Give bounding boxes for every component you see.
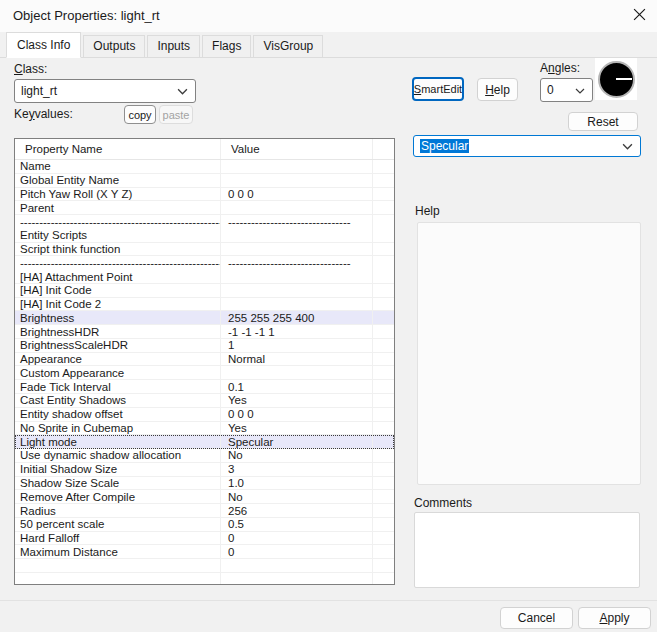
- property-value-cell: [221, 298, 373, 311]
- property-name-cell: Pitch Yaw Roll (X Y Z): [15, 188, 221, 201]
- smartedit-button[interactable]: SmartEdit: [412, 77, 464, 101]
- comments-textarea[interactable]: [414, 512, 640, 588]
- property-row[interactable]: Global Entity Name: [15, 174, 394, 188]
- close-icon: [633, 7, 646, 25]
- angles-label: Angles:: [540, 61, 580, 75]
- property-name-cell: Global Entity Name: [15, 174, 221, 187]
- property-row[interactable]: [HA] Attachment Point: [15, 270, 394, 284]
- property-row[interactable]: Cast Entity ShadowsYes: [15, 394, 394, 408]
- property-extra-cell: [373, 449, 394, 462]
- tab-class-info[interactable]: Class Info: [6, 32, 81, 58]
- property-row[interactable]: [HA] Init Code 2: [15, 298, 394, 312]
- footer-separator: [0, 600, 657, 601]
- light-mode-combobox[interactable]: Specular: [413, 135, 641, 157]
- tab-visgroup[interactable]: VisGroup: [253, 35, 323, 57]
- angle-dial[interactable]: [595, 58, 637, 100]
- property-row[interactable]: Radius256: [15, 504, 394, 518]
- property-row[interactable]: [HA] Init Code: [15, 284, 394, 298]
- property-extra-cell: [373, 284, 394, 297]
- property-row[interactable]: BrightnessHDR-1 -1 -1 1: [15, 325, 394, 339]
- property-value-cell: 0 0 0: [221, 188, 373, 201]
- property-value-cell: 1.0: [221, 477, 373, 490]
- property-name-cell: Brightness: [15, 311, 221, 324]
- property-extra-cell: [373, 366, 394, 379]
- property-row[interactable]: Brightness255 255 255 400: [15, 311, 394, 325]
- property-name-cell: Entity Scripts: [15, 229, 221, 242]
- property-row[interactable]: 50 percent scale0.5: [15, 518, 394, 532]
- property-row[interactable]: Custom Appearance: [15, 366, 394, 380]
- property-row[interactable]: Shadow Size Scale1.0: [15, 477, 394, 491]
- property-row[interactable]: Light modeSpecular: [15, 435, 394, 449]
- property-extra-cell: [373, 325, 394, 338]
- property-value-cell: 0: [221, 532, 373, 545]
- angles-combobox[interactable]: 0: [540, 78, 593, 102]
- property-value-cell: No: [221, 490, 373, 503]
- property-row[interactable]: AppearanceNormal: [15, 353, 394, 367]
- property-row[interactable]: Hard Falloff0: [15, 532, 394, 546]
- property-value-cell: 3: [221, 463, 373, 476]
- help-panel-label: Help: [415, 204, 440, 218]
- property-name-cell: Appearance: [15, 353, 221, 366]
- tab-flags[interactable]: Flags: [202, 35, 251, 57]
- close-button[interactable]: [630, 7, 648, 25]
- property-extra-cell: [373, 229, 394, 242]
- property-row[interactable]: [15, 559, 394, 573]
- property-grid-body: NameGlobal Entity NamePitch Yaw Roll (X …: [15, 160, 394, 585]
- property-row[interactable]: Use dynamic shadow allocationNo: [15, 449, 394, 463]
- property-extra-cell: [373, 353, 394, 366]
- property-extra-cell: [373, 256, 394, 270]
- property-name-cell: Entity shadow offset: [15, 408, 221, 421]
- apply-button[interactable]: Apply: [578, 607, 651, 629]
- property-value-cell: [221, 160, 373, 173]
- property-name-cell: Fade Tick Interval: [15, 380, 221, 393]
- chevron-down-icon: [622, 139, 633, 153]
- property-value-cell: [221, 229, 373, 242]
- copy-button[interactable]: copy: [124, 105, 156, 124]
- property-value-cell: [221, 174, 373, 187]
- help-button[interactable]: Help: [477, 78, 518, 101]
- property-value-cell: 256: [221, 504, 373, 517]
- property-name-cell: [15, 559, 221, 572]
- tab-inputs[interactable]: Inputs: [147, 35, 200, 57]
- property-row[interactable]: Entity Scripts: [15, 229, 394, 243]
- property-row[interactable]: Fade Tick Interval0.1: [15, 380, 394, 394]
- property-row[interactable]: Name: [15, 160, 394, 174]
- property-row[interactable]: Parent: [15, 201, 394, 215]
- property-extra-cell: [373, 463, 394, 476]
- paste-button[interactable]: paste: [159, 105, 193, 124]
- property-row[interactable]: Pitch Yaw Roll (X Y Z)0 0 0: [15, 188, 394, 202]
- property-row[interactable]: Initial Shadow Size3: [15, 463, 394, 477]
- property-extra-cell: [373, 490, 394, 503]
- property-value-cell: 1: [221, 339, 373, 352]
- property-row[interactable]: Maximum Distance0: [15, 545, 394, 559]
- property-extra-cell: [373, 201, 394, 214]
- property-row[interactable]: [15, 573, 394, 585]
- angle-direction-line: [616, 78, 632, 80]
- chevron-down-icon: [575, 83, 585, 97]
- property-extra-cell: [373, 422, 394, 435]
- property-name-cell: ----------------------------------------…: [15, 256, 221, 270]
- reset-button[interactable]: Reset: [568, 112, 638, 131]
- property-name-cell: [15, 573, 221, 585]
- object-properties-dialog: Object Properties: light_rt Class Info O…: [0, 0, 657, 632]
- property-row[interactable]: BrightnessScaleHDR1: [15, 339, 394, 353]
- property-value-cell: 0.5: [221, 518, 373, 531]
- property-name-cell: Light mode: [15, 435, 221, 448]
- class-combobox[interactable]: light_rt: [14, 79, 196, 103]
- property-name-cell: Cast Entity Shadows: [15, 394, 221, 407]
- property-extra-cell: [373, 311, 394, 324]
- property-row[interactable]: Remove After CompileNo: [15, 490, 394, 504]
- property-value-cell: [221, 243, 373, 256]
- title-bar: Object Properties: light_rt: [0, 0, 657, 32]
- property-value-cell: [221, 573, 373, 585]
- cancel-button[interactable]: Cancel: [500, 607, 573, 629]
- property-extra-cell: [373, 270, 394, 283]
- property-row[interactable]: Script think function: [15, 243, 394, 257]
- property-extra-cell: [373, 504, 394, 517]
- property-row[interactable]: No Sprite in CubemapYes: [15, 422, 394, 436]
- property-value-cell: --------------------------------: [221, 256, 373, 270]
- property-name-cell: No Sprite in Cubemap: [15, 422, 221, 435]
- property-extra-cell: [373, 477, 394, 490]
- tab-outputs[interactable]: Outputs: [83, 35, 145, 57]
- property-row[interactable]: Entity shadow offset0 0 0: [15, 408, 394, 422]
